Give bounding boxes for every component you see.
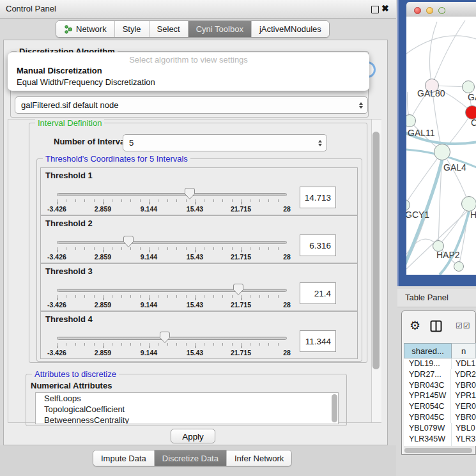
dropdown-option-equal-width[interactable]: Equal Width/Frequency Discretization [8, 77, 369, 88]
table-row[interactable]: YBL079W YBL0 [404, 423, 476, 434]
table-body[interactable]: YDL19... YDL1 YDR27... YDR2 YBR043C YBR0… [404, 358, 476, 446]
control-panel-window: Control Panel ✖ Network Style Select [0, 0, 396, 476]
threshold-3-slider[interactable]: -3.426 2.859 9.144 15.43 21.715 28 [57, 287, 287, 310]
cell: YIL052C [404, 444, 452, 446]
network-window-titlebar[interactable] [406, 2, 476, 17]
table-row[interactable]: YLR345W YLR3 [404, 434, 476, 445]
scale-tick-label: 2.859 [95, 301, 111, 309]
window-title: Control Panel [6, 0, 56, 18]
algorithm-dropdown-popup: Select algorithm to view settings Manual… [8, 52, 369, 91]
scale-tick-label: 28 [283, 205, 291, 213]
slider-thumb[interactable] [123, 236, 134, 247]
table-row[interactable]: YIL052C YIL0 [404, 444, 476, 446]
scale-tick-label: -3.426 [47, 301, 66, 309]
slider-minor-ticks [57, 247, 287, 250]
threshold-1-slider[interactable]: -3.426 2.859 9.144 15.43 21.715 28 [57, 191, 287, 214]
threshold-2-value-field[interactable]: 6.316 [300, 234, 336, 256]
threshold-row-2: Threshold 2 -3.426 2.859 9.144 15.43 21.… [40, 215, 358, 263]
tab-impute-data[interactable]: Impute Data [93, 450, 155, 466]
slider-track[interactable] [57, 241, 287, 244]
table-row[interactable]: YDL19... YDL1 [404, 358, 476, 369]
attribute-item[interactable]: BetweennessCentrality [36, 415, 338, 424]
node-label-gcy1: GCY1 [406, 210, 429, 220]
numerical-attributes-list[interactable]: SelfLoops TopologicalCoefficient Between… [35, 392, 339, 424]
tab-cyni-toolbox[interactable]: Cyni Toolbox [188, 21, 252, 37]
slider-scale: -3.426 2.859 9.144 15.43 21.715 28 [57, 253, 287, 261]
attribute-item[interactable]: TopologicalCoefficient [36, 404, 338, 415]
threshold-row-1: Threshold 1 -3.426 2.859 9.144 15.43 21.… [40, 167, 358, 215]
column-header-shared[interactable]: shared... [404, 343, 452, 358]
threshold-4-value-field[interactable]: 11.344 [300, 330, 336, 352]
slider-track[interactable] [57, 193, 287, 196]
table-row[interactable]: YPR145W YPR1 [404, 390, 476, 401]
threshold-3-value-field[interactable]: 21.4 [300, 282, 336, 304]
float-window-icon[interactable] [371, 6, 379, 13]
gear-icon[interactable]: ⚙ [410, 318, 420, 333]
table-row[interactable]: YBR045C YBR0 [404, 412, 476, 423]
slider-minor-ticks [57, 199, 287, 202]
table-row[interactable]: YDR27... YDR2 [404, 369, 476, 380]
scale-tick-label: 15.43 [187, 301, 203, 309]
table-data-combobox[interactable]: galFiltered.sif default node [15, 96, 368, 114]
threshold-row-4: Threshold 4 -3.426 2.859 9.144 15.43 21.… [40, 311, 358, 359]
attributes-group-title: Attributes to discretize [32, 369, 119, 379]
control-panel-titlebar[interactable]: Control Panel ✖ [0, 0, 396, 19]
slider-track[interactable] [57, 289, 287, 292]
combobox-stepper-icon [314, 140, 326, 146]
slider-thumb[interactable] [160, 332, 170, 343]
cell: YDR27... [404, 369, 451, 380]
cell: YER0 [451, 401, 476, 412]
threshold-2-slider[interactable]: -3.426 2.859 9.144 15.43 21.715 28 [57, 239, 287, 262]
table-panel-titlebar[interactable]: Table Panel [397, 289, 476, 307]
network-node[interactable] [462, 81, 475, 93]
scale-tick-label: 28 [283, 253, 291, 261]
column-header-name[interactable]: n [452, 343, 476, 358]
node-label-c: C [471, 118, 476, 128]
attribute-item[interactable]: SelfLoops [36, 393, 338, 404]
bottom-tab-bar: Impute Data Discretize Data Infer Networ… [93, 450, 292, 466]
number-of-intervals-combobox[interactable]: 5 [123, 134, 327, 151]
tab-infer-network[interactable]: Infer Network [227, 450, 291, 466]
slider-thumb[interactable] [185, 188, 195, 199]
scale-tick-label: 2.859 [95, 253, 111, 261]
slider-track[interactable] [57, 337, 287, 340]
minimize-traffic-light[interactable] [426, 7, 433, 14]
slider-thumb[interactable] [233, 284, 243, 295]
tab-network-label: Network [76, 24, 107, 34]
node-label-gal4: GAL4 [443, 162, 466, 173]
scale-tick-label: 15.43 [187, 205, 203, 213]
horizontal-scrollbar-track[interactable] [404, 447, 474, 454]
vertical-scrollbar-thumb[interactable] [372, 132, 380, 369]
close-icon[interactable]: ✖ [381, 3, 389, 13]
threshold-1-value-field[interactable]: 14.713 [300, 187, 336, 208]
tab-discretize-data[interactable]: Discretize Data [155, 450, 227, 466]
scale-tick-label: 28 [283, 301, 291, 309]
tab-jactivemnodules[interactable]: jActiveMNodules [252, 21, 329, 37]
tab-network[interactable]: Network [56, 21, 115, 37]
network-canvas[interactable]: GAL80 GA C GAL11 GAL4 GCY1 H HAP2 [406, 17, 476, 275]
threshold-row-3: Threshold 3 -3.426 2.859 9.144 15.43 21.… [40, 263, 358, 311]
scale-tick-label: -3.426 [47, 253, 66, 261]
close-traffic-light[interactable] [414, 7, 421, 14]
scale-tick-label: 21.715 [231, 205, 251, 213]
dropdown-option-manual[interactable]: Manual Discretization [8, 65, 369, 77]
apply-button[interactable]: Apply [171, 429, 215, 443]
cell: YLR345W [404, 434, 452, 445]
node-label-gal80: GAL80 [417, 88, 445, 98]
horizontal-scrollbar-thumb[interactable] [404, 448, 472, 453]
checkbox-icons[interactable]: ☑☑ [456, 321, 471, 330]
scale-tick-label: 21.715 [231, 349, 251, 357]
columns-icon[interactable] [430, 320, 442, 334]
zoom-traffic-light[interactable] [438, 7, 445, 14]
table-row[interactable]: YBR043C YBR0 [404, 380, 476, 391]
attributes-scrollbar-thumb[interactable] [332, 394, 337, 422]
threshold-4-slider[interactable]: -3.426 2.859 9.144 15.43 21.715 28 [57, 335, 287, 358]
tab-style[interactable]: Style [115, 21, 150, 37]
slider-minor-ticks [57, 343, 287, 346]
network-node[interactable] [434, 144, 450, 160]
network-node[interactable] [454, 261, 464, 272]
node-label-hap2: HAP2 [436, 250, 460, 260]
table-row[interactable]: YER054C YER0 [404, 401, 476, 412]
top-tab-bar: Network Style Select Cyni Toolbox jActiv… [56, 20, 330, 38]
tab-select[interactable]: Select [150, 21, 188, 37]
